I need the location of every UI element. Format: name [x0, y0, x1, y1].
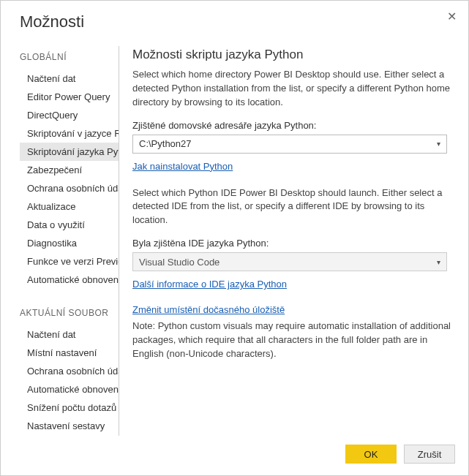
sidebar-item-preview-features[interactable]: Funkce ve verzi Preview: [20, 252, 119, 271]
chevron-down-icon: ▾: [437, 258, 440, 266]
ide-info-link[interactable]: Další informace o IDE jazyka Python: [132, 279, 287, 290]
ide-select[interactable]: Visual Studio Code ▾: [132, 252, 447, 271]
ide-value: Visual Studio Code: [139, 257, 220, 268]
sidebar-item-file-load-data[interactable]: Načtení dat: [20, 325, 119, 344]
titlebar: Možnosti ✕: [1, 1, 468, 31]
ide-label: Byla zjištěna IDE jazyka Python:: [132, 238, 451, 249]
sidebar-item-diagnostics[interactable]: Diagnostika: [20, 234, 119, 252]
cancel-button[interactable]: Zrušit: [404, 445, 455, 464]
chevron-down-icon: ▾: [437, 140, 440, 148]
sidebar-item-auto-recovery[interactable]: Automatické obnovení: [20, 271, 119, 289]
sidebar-item-security[interactable]: Zabezpečení: [20, 161, 119, 179]
sidebar-item-privacy[interactable]: Ochrana osobních údajů: [20, 179, 119, 197]
intro-text: Select which home directory Power BI Des…: [132, 68, 451, 110]
page-heading: Možnosti skriptu jazyka Python: [132, 48, 451, 62]
sidebar-item-file-auto-recovery[interactable]: Automatické obnovení: [20, 380, 119, 398]
sidebar-item-query-reduction[interactable]: Snížení počtu dotazů: [20, 398, 119, 417]
ok-button[interactable]: OK: [345, 445, 397, 464]
home-dir-label: Zjištěné domovské adresáře jazyka Python…: [132, 120, 451, 131]
window-title: Možnosti: [20, 12, 84, 31]
sidebar-item-usage-data[interactable]: Data o využití: [20, 216, 119, 234]
sidebar-section-global: GLOBÁLNÍ: [20, 52, 119, 62]
close-icon[interactable]: ✕: [443, 8, 461, 26]
note-text: Note: Python custom visuals may require …: [132, 320, 451, 361]
sidebar-item-load-data[interactable]: Načtení dat: [20, 69, 119, 88]
content-area: GLOBÁLNÍ Načtení dat Editor Power Query …: [1, 31, 468, 436]
sidebar-item-directquery[interactable]: DirectQuery: [20, 106, 119, 124]
sidebar-item-r-scripting[interactable]: Skriptování v jazyce R: [20, 124, 119, 143]
temp-storage-link[interactable]: Změnit umístění dočasného úložiště: [132, 304, 285, 315]
sidebar-section-current-file: AKTUÁLNÍ SOUBOR: [20, 308, 119, 318]
sidebar-item-file-privacy[interactable]: Ochrana osobních údajů: [20, 362, 119, 380]
sidebar: GLOBÁLNÍ Načtení dat Editor Power Query …: [20, 46, 119, 436]
sidebar-item-report-settings[interactable]: Nastavení sestavy: [20, 417, 119, 435]
main-panel: Možnosti skriptu jazyka Python Select wh…: [119, 46, 458, 436]
sidebar-item-updates[interactable]: Aktualizace: [20, 197, 119, 216]
sidebar-item-python-scripting[interactable]: Skriptování jazyka Python: [20, 143, 119, 161]
sidebar-item-regional[interactable]: Místní nastavení: [20, 344, 119, 362]
sidebar-item-power-query[interactable]: Editor Power Query: [20, 88, 119, 106]
ide-intro-text: Select which Python IDE Power BI Desktop…: [132, 186, 451, 228]
dialog-footer: OK Zrušit: [1, 436, 468, 475]
home-dir-value: C:\Python27: [139, 138, 192, 149]
home-dir-select[interactable]: C:\Python27 ▾: [132, 135, 447, 154]
install-python-link[interactable]: Jak nainstalovat Python: [132, 161, 233, 172]
